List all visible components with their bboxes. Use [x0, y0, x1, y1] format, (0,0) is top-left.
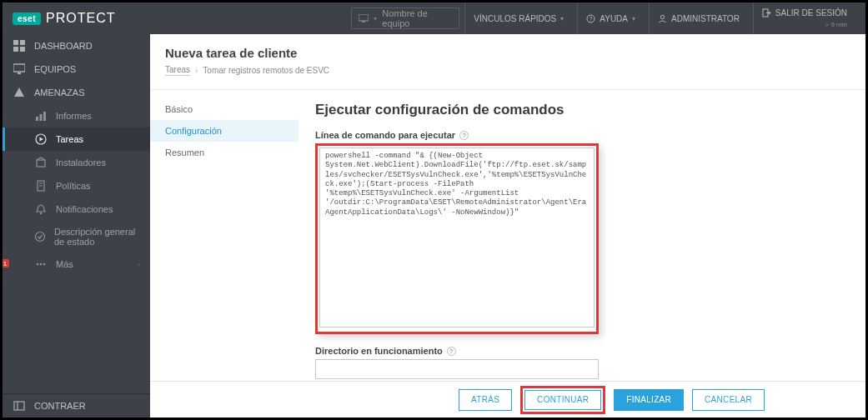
cancel-button[interactable]: CANCELAR	[692, 389, 765, 411]
svg-rect-11	[18, 72, 21, 74]
chevron-right-icon: ›	[138, 261, 140, 268]
sidebar-item-policies[interactable]: Políticas	[3, 174, 150, 198]
svg-rect-12	[36, 117, 38, 121]
continue-button[interactable]: CONTINUAR	[524, 390, 601, 410]
workdir-label-text: Directorio en funcionamiento	[315, 346, 443, 356]
sidebar-item-threats[interactable]: AMENAZAS	[3, 81, 150, 104]
command-input[interactable]	[319, 148, 595, 328]
step-configuration[interactable]: Configuración	[150, 120, 299, 142]
content-row: Básico Configuración Resumen Ejecutar co…	[150, 89, 865, 381]
svg-point-24	[43, 263, 46, 266]
command-label-text: Línea de comando para ejecutar	[315, 130, 455, 140]
continue-button-highlight: CONTINUAR	[520, 386, 605, 414]
warning-icon	[13, 87, 26, 98]
sidebar-item-computers[interactable]: EQUIPOS	[3, 58, 150, 81]
sidebar-item-label: Políticas	[56, 181, 91, 191]
help-icon[interactable]: ?	[447, 347, 456, 356]
sidebar-item-label: Notificaciones	[56, 204, 113, 214]
sidebar: DASHBOARD EQUIPOS AMENAZAS Informes Tare…	[3, 34, 150, 418]
sidebar-item-more[interactable]: 1 Más ›	[3, 252, 150, 276]
step-summary[interactable]: Resumen	[150, 142, 299, 163]
package-icon	[34, 157, 48, 168]
page-header: Nueva tarea de cliente Tareas › Tomar re…	[150, 34, 865, 82]
dashboard-icon	[13, 40, 26, 52]
admin-label: ADMINISTRATOR	[671, 14, 740, 23]
command-label: Línea de comando para ejecutar ?	[315, 130, 849, 140]
svg-point-20	[40, 212, 42, 214]
brand-badge: eset	[13, 12, 41, 25]
search-input[interactable]: ▾ Nombre de equipo	[351, 8, 459, 29]
svg-rect-16	[37, 160, 45, 167]
svg-rect-13	[40, 114, 43, 121]
wizard-footer: ATRÁS CONTINUAR FINALIZAR CANCELAR	[150, 381, 865, 418]
status-icon	[34, 231, 46, 242]
help-menu[interactable]: ? AYUDA ▾	[577, 2, 644, 34]
sidebar-item-label: AMENAZAS	[34, 88, 85, 98]
svg-point-4	[660, 15, 664, 18]
breadcrumb: Tareas › Tomar registros remotos de ESVC	[165, 65, 850, 76]
sidebar-item-notifications[interactable]: Notificaciones	[3, 198, 150, 221]
more-icon	[34, 258, 48, 270]
search-placeholder: Nombre de equipo	[382, 8, 452, 28]
page-title: Nueva tarea de cliente	[165, 46, 850, 60]
svg-point-23	[40, 263, 43, 266]
svg-rect-14	[43, 112, 46, 121]
help-icon[interactable]: ?	[459, 131, 469, 140]
brand: eset PROTECT	[13, 11, 115, 26]
workdir-label: Directorio en funcionamiento ?	[315, 346, 849, 356]
logout-timer: > 9 min	[825, 22, 847, 29]
notification-badge: 1	[3, 259, 9, 268]
sidebar-item-status-overview[interactable]: Descripción general de estado	[3, 221, 150, 252]
sidebar-item-installers[interactable]: Instaladores	[3, 151, 150, 174]
chart-icon	[34, 110, 48, 122]
sidebar-item-label: DASHBOARD	[34, 41, 93, 51]
admin-menu[interactable]: ADMINISTRATOR	[649, 2, 748, 34]
monitor-icon	[13, 63, 26, 75]
command-input-highlight	[315, 143, 599, 334]
sidebar-item-label: EQUIPOS	[34, 64, 76, 74]
collapse-icon	[13, 400, 26, 412]
main-panel: Nueva tarea de cliente Tareas › Tomar re…	[150, 34, 865, 418]
chevron-down-icon: ▾	[632, 15, 635, 22]
sidebar-item-label: Informes	[56, 111, 92, 121]
sidebar-item-label: Tareas	[56, 134, 83, 144]
quick-links-label: VÍNCULOS RÁPIDOS	[474, 14, 556, 23]
logout-button[interactable]: SALIR DE SESIÓN > 9 min	[753, 2, 855, 34]
chevron-right-icon: ›	[195, 66, 198, 75]
chevron-down-icon: ▾	[560, 15, 564, 22]
bell-icon	[34, 203, 48, 215]
svg-rect-25	[14, 402, 24, 410]
workdir-input[interactable]	[315, 359, 599, 379]
computer-icon	[359, 14, 369, 22]
help-label: AYUDA	[600, 14, 628, 23]
sidebar-item-reports[interactable]: Informes	[3, 104, 150, 128]
sidebar-item-dashboard[interactable]: DASHBOARD	[3, 34, 150, 58]
back-button[interactable]: ATRÁS	[459, 389, 512, 411]
finish-button[interactable]: FINALIZAR	[614, 389, 684, 411]
svg-point-22	[37, 263, 39, 266]
form-area: Ejecutar configuración de comandos Línea…	[299, 90, 865, 381]
svg-rect-9	[20, 47, 25, 52]
sidebar-collapse-button[interactable]: CONTRAER	[3, 394, 150, 418]
svg-rect-6	[13, 40, 18, 45]
play-icon	[34, 133, 48, 145]
breadcrumb-root[interactable]: Tareas	[165, 65, 190, 76]
breadcrumb-leaf: Tomar registros remotos de ESVC	[203, 66, 329, 75]
step-basic[interactable]: Básico	[150, 98, 299, 120]
sidebar-item-tasks[interactable]: Tareas	[3, 128, 150, 151]
sidebar-item-label: Descripción general de estado	[54, 227, 140, 247]
app-body: DASHBOARD EQUIPOS AMENAZAS Informes Tare…	[3, 34, 865, 418]
svg-rect-10	[13, 64, 25, 72]
svg-point-21	[36, 232, 45, 242]
quick-links-menu[interactable]: VÍNCULOS RÁPIDOS ▾	[464, 2, 572, 34]
chevron-down-icon: ▾	[374, 15, 377, 22]
brand-text: PROTECT	[46, 11, 115, 26]
wizard-steps: Básico Configuración Resumen	[150, 90, 299, 381]
svg-rect-1	[362, 22, 365, 22]
user-icon	[658, 14, 667, 23]
collapse-label: CONTRAER	[34, 401, 86, 411]
logout-icon	[762, 8, 771, 18]
svg-rect-7	[20, 40, 25, 45]
logout-label: SALIR DE SESIÓN	[775, 8, 847, 18]
sidebar-item-label: Instaladores	[56, 158, 106, 168]
